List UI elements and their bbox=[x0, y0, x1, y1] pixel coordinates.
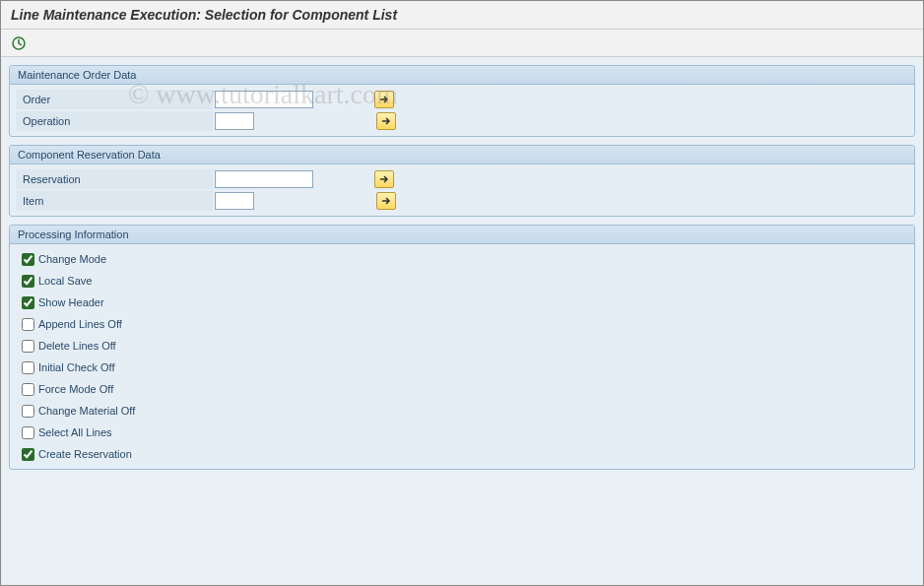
force-off-label: Force Mode Off bbox=[38, 383, 113, 395]
item-input[interactable] bbox=[215, 192, 254, 210]
order-input[interactable] bbox=[215, 91, 313, 108]
initial-off-checkbox[interactable] bbox=[22, 361, 34, 374]
toolbar bbox=[1, 30, 923, 57]
check-row-force-off: Force Mode Off bbox=[16, 378, 908, 400]
check-row-create-res: Create Reservation bbox=[16, 443, 908, 465]
group-component-reservation: Component Reservation Data Reservation I… bbox=[9, 145, 915, 217]
select-all-checkbox[interactable] bbox=[22, 426, 34, 439]
change-mode-checkbox[interactable] bbox=[22, 253, 34, 266]
content-area: © www.tutorialkart.com Maintenance Order… bbox=[1, 57, 923, 586]
page-title: Line Maintenance Execution: Selection fo… bbox=[1, 1, 923, 30]
arrow-right-icon bbox=[381, 116, 391, 126]
reservation-selopt-button[interactable] bbox=[374, 170, 394, 188]
check-row-change-mat-off: Change Material Off bbox=[16, 400, 908, 422]
clock-execute-icon bbox=[11, 35, 27, 51]
field-row-reservation: Reservation bbox=[16, 168, 908, 190]
reservation-input[interactable] bbox=[215, 170, 313, 188]
arrow-right-icon bbox=[381, 196, 391, 206]
order-selopt-button[interactable] bbox=[374, 91, 394, 108]
group-header-processing: Processing Information bbox=[10, 226, 914, 244]
check-row-delete-off: Delete Lines Off bbox=[16, 335, 908, 357]
operation-label: Operation bbox=[16, 111, 213, 131]
delete-off-label: Delete Lines Off bbox=[38, 340, 116, 352]
local-save-checkbox[interactable] bbox=[22, 275, 34, 288]
select-all-label: Select All Lines bbox=[38, 426, 112, 438]
reservation-label: Reservation bbox=[16, 169, 213, 189]
local-save-label: Local Save bbox=[38, 275, 92, 287]
show-header-label: Show Header bbox=[38, 296, 104, 308]
append-off-checkbox[interactable] bbox=[22, 318, 34, 331]
change-mat-off-label: Change Material Off bbox=[38, 405, 135, 417]
item-selopt-button[interactable] bbox=[376, 192, 396, 210]
group-maintenance-order: Maintenance Order Data Order Operation bbox=[9, 65, 915, 137]
group-header-reservation: Component Reservation Data bbox=[10, 146, 914, 164]
change-mat-off-checkbox[interactable] bbox=[22, 405, 34, 418]
order-label: Order bbox=[16, 90, 213, 109]
operation-input[interactable] bbox=[215, 112, 254, 130]
check-row-select-all: Select All Lines bbox=[16, 422, 908, 443]
operation-selopt-button[interactable] bbox=[376, 112, 396, 130]
change-mode-label: Change Mode bbox=[38, 253, 106, 265]
check-row-append-off: Append Lines Off bbox=[16, 313, 908, 335]
create-res-checkbox[interactable] bbox=[22, 448, 34, 461]
force-off-checkbox[interactable] bbox=[22, 383, 34, 396]
check-row-initial-off: Initial Check Off bbox=[16, 357, 908, 378]
append-off-label: Append Lines Off bbox=[38, 318, 122, 330]
field-row-operation: Operation bbox=[16, 110, 908, 132]
create-res-label: Create Reservation bbox=[38, 448, 132, 460]
group-header-order: Maintenance Order Data bbox=[10, 66, 914, 85]
arrow-right-icon bbox=[379, 174, 389, 184]
check-row-show-header: Show Header bbox=[16, 292, 908, 313]
arrow-right-icon bbox=[379, 95, 389, 104]
delete-off-checkbox[interactable] bbox=[22, 340, 34, 353]
show-header-checkbox[interactable] bbox=[22, 296, 34, 309]
execute-button[interactable] bbox=[9, 33, 29, 53]
field-row-order: Order bbox=[16, 89, 908, 110]
initial-off-label: Initial Check Off bbox=[38, 361, 114, 373]
field-row-item: Item bbox=[16, 190, 908, 212]
check-row-local-save: Local Save bbox=[16, 270, 908, 292]
item-label: Item bbox=[16, 191, 213, 211]
check-row-change-mode: Change Mode bbox=[16, 248, 908, 270]
group-processing: Processing Information Change Mode Local… bbox=[9, 225, 915, 470]
